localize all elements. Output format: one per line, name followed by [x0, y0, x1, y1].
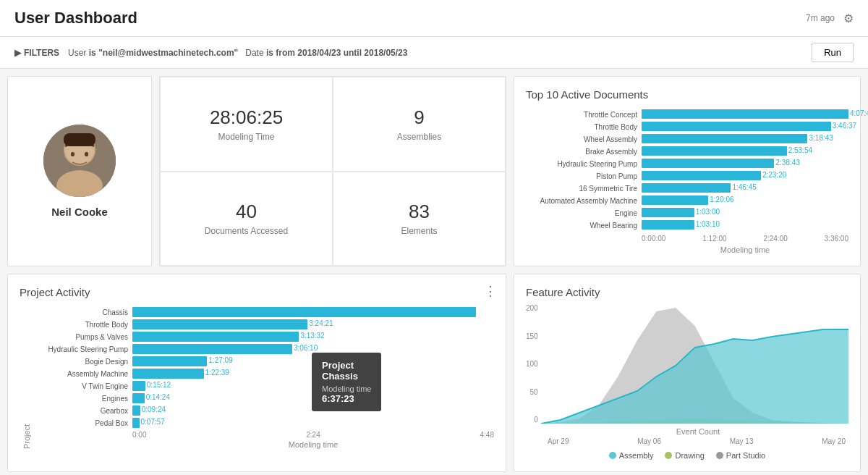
project-axis-tick: 4:48	[480, 431, 494, 439]
top10-axis-tick: 1:12:00	[702, 235, 726, 243]
project-bar-fill	[132, 356, 207, 366]
stat-assemblies: 9 Assemblies	[333, 77, 506, 172]
stat-modeling-time: 28:06:25 Modeling Time	[160, 77, 333, 172]
top10-bar-label: Brake Assembly	[526, 148, 642, 156]
stats-grid: 28:06:25 Modeling Time 9 Assemblies 40 D…	[159, 76, 506, 266]
top10-axis: 0:00:001:12:002:24:003:36:00	[526, 235, 848, 243]
project-bar-label: Bogie Design	[31, 358, 132, 366]
project-bar-time: 0:14:24	[145, 393, 170, 401]
legend-dot	[716, 452, 723, 459]
stat-value-assemblies: 9	[414, 106, 424, 129]
top10-bar-label: Automated Assembly Machine	[526, 197, 642, 205]
project-bar-row: Assembly Machine 1:22:39	[31, 369, 494, 379]
top10-bar-row: Throttle Concept 4:07:45	[526, 109, 848, 119]
project-bar-time: 0:15:12	[145, 381, 171, 389]
feature-y-label: 100	[526, 360, 538, 368]
project-bar-time: 3:24:21	[307, 319, 333, 327]
top10-bar-time: 3:46:37	[831, 122, 856, 130]
filters-toggle[interactable]: ▶ FILTERS	[14, 48, 59, 58]
project-bar-track: 0:15:12	[132, 381, 494, 391]
project-bar-time: 1:22:39	[204, 369, 229, 377]
project-bar-fill	[132, 307, 476, 317]
top10-axis-tick: 3:36:00	[825, 235, 848, 243]
project-bar-label: Engines	[31, 395, 132, 403]
feature-legend-item: Part Studio	[716, 451, 765, 460]
top10-axis-label: Modeling time	[526, 245, 848, 254]
project-card: Project Activity ⋮ Project Chassis Throt…	[7, 274, 506, 472]
filters-bar: ▶ FILTERS User is "neil@midwestmachinete…	[0, 37, 868, 69]
project-bar-time: 1:27:09	[207, 356, 232, 364]
top10-bar-label: Wheel Assembly	[526, 135, 642, 143]
top10-bar-track: 3:46:37	[642, 122, 848, 132]
dashboard: Neil Cooke 28:06:25 Modeling Time 9 Asse…	[0, 69, 868, 475]
project-bar-row: Chassis	[31, 307, 494, 317]
project-bar-label: V Twin Engine	[31, 382, 132, 390]
project-axis-tick: 0:00	[132, 431, 146, 439]
top10-bar-label: Throttle Concept	[526, 111, 642, 119]
top10-bar-track: 1:20:06	[642, 196, 848, 206]
top10-bar-label: Engine	[526, 209, 642, 217]
legend-label: Drawing	[675, 451, 704, 460]
project-bar-fill	[132, 418, 140, 428]
top10-bar-fill	[642, 208, 694, 217]
top10-bar-time: 4:07:45	[848, 109, 868, 117]
filters-text: User is "neil@midwestmachinetech.com" Da…	[68, 48, 407, 58]
top10-chart: Throttle Concept 4:07:45 Throttle Body 3…	[526, 109, 848, 230]
more-options-icon[interactable]: ⋮	[484, 283, 497, 299]
feature-legend-item: Drawing	[665, 451, 704, 460]
legend-label: Part Studio	[726, 451, 765, 460]
feature-chart-svg	[541, 304, 848, 424]
feature-x-label: May 20	[822, 437, 846, 445]
project-activity-title: Project Activity	[20, 286, 494, 298]
project-bar-label: Pumps & Valves	[31, 333, 132, 341]
header-right: 7m ago ⚙	[806, 12, 854, 25]
page-title: User Dashboard	[14, 9, 137, 28]
project-bar-track: 3:13:32	[132, 332, 494, 342]
project-bar-fill	[132, 319, 307, 329]
top10-bar-label: Wheel Bearing	[526, 222, 642, 230]
legend-dot	[665, 452, 672, 459]
filters-label-text: FILTERS	[24, 48, 59, 58]
top10-bar-time: 1:46:45	[731, 183, 756, 191]
timestamp: 7m ago	[806, 13, 835, 23]
stat-label-modeling-time: Modeling Time	[218, 132, 274, 142]
project-bar-label: Gearbox	[31, 407, 132, 415]
top10-bar-track: 1:03:10	[642, 220, 848, 230]
top10-bar-fill	[642, 196, 708, 205]
header: User Dashboard 7m ago ⚙	[0, 0, 868, 37]
project-bar-row: V Twin Engine 0:15:12	[31, 381, 494, 391]
top10-bar-track: 3:18:43	[642, 134, 848, 144]
filters-arrow: ▶	[14, 48, 21, 58]
top10-bar-row: Hydraulic Steering Pump 2:38:43	[526, 159, 848, 169]
project-bar-fill	[132, 369, 204, 379]
top10-bar-time: 2:23:20	[761, 171, 786, 179]
top10-title: Top 10 Active Documents	[526, 88, 848, 101]
svg-rect-5	[85, 152, 88, 156]
top10-bar-time: 1:03:10	[694, 220, 720, 228]
gear-icon[interactable]: ⚙	[843, 12, 854, 25]
feature-card: Feature Activity 200150100500 Event Coun…	[514, 274, 861, 472]
top10-bar-label: Hydraulic Steering Pump	[526, 160, 642, 168]
project-bar-label: Hydraulic Steering Pump	[31, 345, 132, 353]
project-y-axis-label: Project	[20, 307, 31, 449]
project-bar-row: Bogie Design 1:27:09	[31, 356, 494, 366]
top10-bar-row: Brake Assembly 2:53:54	[526, 146, 848, 156]
project-bar-fill	[132, 381, 145, 391]
project-bar-track: 1:27:09	[132, 356, 494, 366]
project-bar-fill	[132, 344, 292, 354]
legend-dot	[609, 452, 616, 459]
project-bar-time: 0:09:24	[140, 405, 166, 413]
top10-bar-fill	[642, 134, 807, 143]
feature-x-labels: Apr 29May 06May 13May 20	[526, 437, 848, 445]
project-chart-inner: Chassis Throttle Body 3:24:21 Pumps & Va…	[31, 307, 494, 449]
top10-bar-fill	[642, 220, 694, 230]
top10-card: Top 10 Active Documents Throttle Concept…	[514, 76, 861, 266]
top10-axis-tick: 2:24:00	[763, 235, 787, 243]
run-button[interactable]: Run	[812, 43, 854, 62]
top10-bar-time: 1:20:06	[708, 196, 733, 203]
feature-y-label: 0	[526, 416, 538, 424]
top10-bar-row: 16 Symmetric Tire 1:46:45	[526, 183, 848, 193]
feature-activity-title: Feature Activity	[526, 286, 848, 298]
top10-bar-row: Engine 1:03:00	[526, 208, 848, 218]
top10-bar-label: 16 Symmetric Tire	[526, 185, 642, 193]
